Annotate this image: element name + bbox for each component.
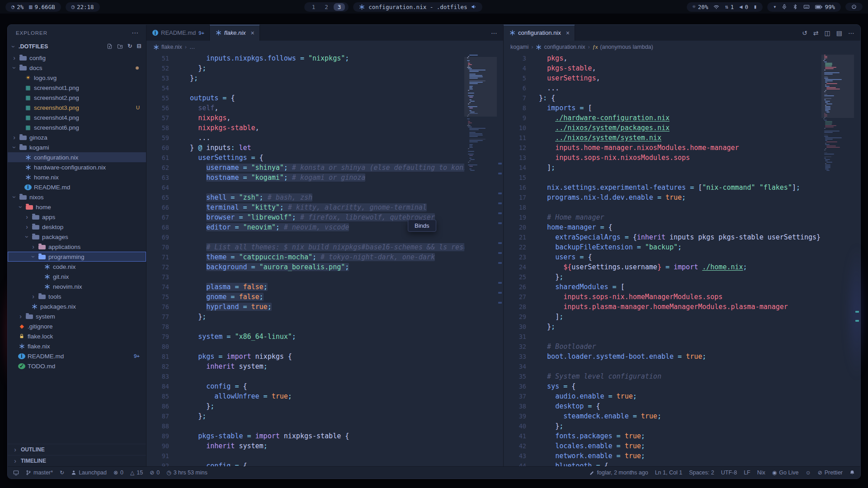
outline-section[interactable]: › OUTLINE: [8, 444, 146, 455]
breadcrumb-item[interactable]: flake.nix: [153, 44, 182, 50]
status-3-hrs-53-mins[interactable]: ◷3 hrs 53 mins: [166, 469, 208, 476]
tree-file-neovim.nix[interactable]: neovim.nix: [8, 282, 146, 291]
layout-icon[interactable]: ▤: [836, 29, 842, 37]
tree-file-README.md[interactable]: iREADME.md: [8, 182, 146, 192]
pet-icon[interactable]: ☺: [805, 470, 811, 475]
code-area[interactable]: 3 pkgs,4 pkgs-stable,5 userSettings,6 ..…: [504, 53, 854, 466]
refresh-icon[interactable]: ↻: [127, 43, 132, 49]
cpu-module[interactable]: ◔2%: [11, 4, 24, 10]
memory-module[interactable]: ▥9.66GB: [29, 4, 55, 10]
tree-file-flake.lock[interactable]: flake.lock: [8, 331, 146, 341]
tree-file-packages.nix[interactable]: packages.nix: [8, 301, 146, 311]
tree-file-README.md[interactable]: iREADME.md9+: [8, 351, 146, 361]
tree-file-screenshot3.png[interactable]: ▦screenshot3.pngU: [8, 103, 146, 113]
collapse-icon[interactable]: ⊟: [137, 43, 142, 49]
timeline-section[interactable]: › TIMELINE: [8, 455, 146, 466]
tree-folder-kogami[interactable]: ›kogami: [8, 142, 146, 152]
status-spaces-2[interactable]: Spaces: 2: [689, 469, 714, 476]
status-nix[interactable]: Nix: [757, 469, 765, 476]
tree-file-code.nix[interactable]: code.nix: [8, 262, 146, 272]
tab-flake.nix[interactable]: flake.nix×: [210, 25, 260, 41]
tree-folder-ginoza[interactable]: ›ginoza: [8, 132, 146, 142]
tree-file-flake.nix[interactable]: flake.nix: [8, 341, 146, 351]
status-0[interactable]: ⊗0: [113, 469, 123, 476]
status-master[interactable]: master*: [26, 469, 53, 476]
battery-module[interactable]: 99%: [815, 4, 835, 10]
tree-folder-nixos[interactable]: ›nixos: [8, 192, 146, 202]
caret-down-module[interactable]: ▾: [773, 4, 776, 9]
scrollbar[interactable]: [497, 53, 503, 466]
tree-folder-system[interactable]: ›system: [8, 311, 146, 321]
tree-folder-docs[interactable]: ›docs: [8, 63, 146, 73]
tree-file-screenshot2.png[interactable]: ▦screenshot2.png: [8, 93, 146, 103]
tree-file-screenshot6.png[interactable]: ▦screenshot6.png: [8, 122, 146, 132]
minimap-slider[interactable]: [821, 55, 854, 118]
breadcrumb-item[interactable]: configuration.nix: [536, 44, 585, 50]
monitor-icon[interactable]: [13, 470, 19, 476]
tree-file-hardware-configuration.nix[interactable]: hardware-configuration.nix: [8, 162, 146, 172]
tree-file-home.nix[interactable]: home.nix: [8, 172, 146, 182]
status-foglar-2-months-ago[interactable]: foglar, 2 months ago: [590, 469, 648, 476]
status-ln-1-col-1[interactable]: Ln 1, Col 1: [655, 469, 682, 476]
bar-module[interactable]: ▮: [754, 4, 757, 9]
status-15[interactable]: △15: [130, 469, 143, 476]
close-icon[interactable]: ×: [566, 29, 570, 37]
power-module[interactable]: [851, 4, 857, 9]
tree-file-TODO.md[interactable]: ✓TODO.md: [8, 361, 146, 371]
tab-README.md[interactable]: iREADME.md9+: [146, 25, 210, 41]
bluetooth-module[interactable]: [793, 4, 798, 9]
status-lf[interactable]: LF: [744, 469, 750, 476]
status-go-live[interactable]: ◉Go Live: [772, 469, 799, 476]
wifi-module[interactable]: [713, 4, 719, 10]
tree-folder-applications[interactable]: ›applications: [8, 242, 146, 252]
split-icon[interactable]: ◫: [825, 29, 830, 37]
tree-folder-tools[interactable]: ›tools: [8, 291, 146, 301]
close-icon[interactable]: ×: [251, 29, 255, 37]
tab-configuration.nix[interactable]: configuration.nix×: [504, 25, 575, 41]
status-0[interactable]: ⊘0: [150, 469, 160, 476]
minimap-slider[interactable]: [464, 57, 497, 117]
tree-file-screenshot4.png[interactable]: ▦screenshot4.png: [8, 113, 146, 122]
status-utf-8[interactable]: UTF-8: [721, 469, 737, 476]
new-file-icon[interactable]: [107, 43, 113, 49]
code-area[interactable]: 51 inputs.nixpkgs.follows = "nixpkgs";52…: [146, 53, 497, 466]
tree-file-configuration.nix[interactable]: configuration.nix: [8, 152, 146, 162]
tree-file-screenshot1.png[interactable]: ▦screenshot1.png: [8, 83, 146, 93]
scrollbar[interactable]: [854, 53, 860, 466]
tree-folder-desktop[interactable]: ›desktop: [8, 222, 146, 232]
workspace-1[interactable]: 1: [308, 3, 320, 11]
status-launchpad[interactable]: Launchpad: [71, 469, 107, 476]
tree-file-.gitignore[interactable]: ◆.gitignore: [8, 321, 146, 331]
volume-module[interactable]: ◀0: [739, 4, 748, 10]
minimap[interactable]: [464, 53, 497, 466]
breadcrumb-item[interactable]: …: [189, 44, 195, 50]
clock-module[interactable]: ◷22:18: [71, 4, 94, 10]
more-icon[interactable]: ⋯: [848, 29, 854, 37]
updown-module[interactable]: ⇅1: [725, 4, 734, 10]
bell-icon[interactable]: [849, 470, 855, 475]
keyboard-module[interactable]: [803, 4, 810, 10]
tree-folder-apps[interactable]: ›apps: [8, 212, 146, 222]
breadcrumb-item[interactable]: ƒx(anonymous lambda): [593, 44, 653, 50]
new-folder-icon[interactable]: [117, 43, 123, 49]
workspace-2[interactable]: 2: [321, 3, 332, 11]
tree-folder-home[interactable]: ›home: [8, 202, 146, 212]
status-prettier[interactable]: ⊘Prettier: [818, 469, 843, 476]
minimap[interactable]: [821, 53, 854, 466]
sync-icon[interactable]: ↻: [60, 470, 64, 475]
mic-module[interactable]: [782, 4, 787, 9]
tree-file-git.nix[interactable]: git.nix: [8, 272, 146, 282]
tree-file-logo.svg[interactable]: ☀logo.svg: [8, 73, 146, 83]
more-icon[interactable]: ⋯: [491, 29, 497, 37]
history-icon[interactable]: ↺: [802, 29, 807, 37]
compare-icon[interactable]: ⇄: [813, 29, 819, 37]
tree-folder-config[interactable]: ›config: [8, 53, 146, 63]
explorer-more-icon[interactable]: ⋯: [132, 29, 139, 37]
history-icon: ↺: [802, 30, 807, 36]
breadcrumb-item[interactable]: kogami: [510, 44, 528, 50]
brightness-module[interactable]: ☼20%: [693, 4, 708, 10]
workspace-3[interactable]: 3: [334, 3, 345, 11]
tree-folder-programming[interactable]: ›programming: [8, 252, 146, 262]
section-dotfiles[interactable]: › .DOTFILES ↻⊟: [8, 41, 146, 52]
tree-folder-packages[interactable]: ›packages: [8, 232, 146, 242]
